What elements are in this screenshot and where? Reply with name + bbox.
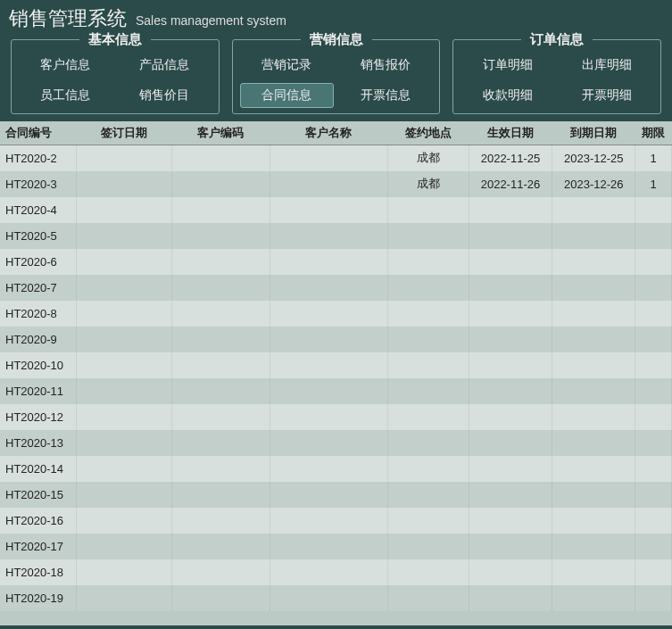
- nav-group-title: 营销信息: [301, 31, 372, 48]
- table-cell-term: [635, 352, 672, 378]
- table-cell-id: HT2020-7: [0, 275, 76, 301]
- table-row[interactable]: HT2020-10: [0, 352, 672, 378]
- table-cell-name: [270, 197, 387, 223]
- table-cell-id: HT2020-12: [0, 404, 76, 430]
- table-cell-eff: [469, 249, 552, 275]
- table-cell-code: [172, 534, 270, 559]
- nav-item[interactable]: 收款明细: [460, 83, 554, 108]
- table-cell-term: [635, 585, 672, 611]
- table-header-cell[interactable]: 期限: [635, 121, 672, 145]
- table-cell-id: HT2020-15: [0, 482, 76, 508]
- table-cell-exp: 2023-12-26: [552, 171, 635, 197]
- table-cell-id: HT2020-4: [0, 197, 76, 223]
- nav-item[interactable]: 销售价目: [118, 83, 212, 108]
- table-cell-sign: [76, 327, 172, 352]
- table-cell-place: [387, 456, 469, 482]
- table-cell-sign: [76, 301, 172, 327]
- table-cell-term: [635, 534, 672, 559]
- table-cell-term: [635, 301, 672, 327]
- table-cell-id: HT2020-14: [0, 456, 76, 482]
- table-cell-exp: [552, 456, 635, 482]
- table-cell-code: [172, 145, 270, 171]
- table-cell-id: HT2020-5: [0, 223, 76, 249]
- table-header-cell[interactable]: 客户编码: [172, 121, 270, 145]
- table-cell-code: [172, 352, 270, 378]
- table-cell-place: [387, 430, 469, 456]
- table-row[interactable]: HT2020-5: [0, 223, 672, 249]
- table-cell-sign: [76, 456, 172, 482]
- table-row[interactable]: HT2020-15: [0, 482, 672, 508]
- table-cell-code: [172, 378, 270, 404]
- nav-item[interactable]: 开票明细: [560, 83, 653, 108]
- table-cell-id: HT2020-18: [0, 559, 76, 585]
- table-row[interactable]: HT2020-18: [0, 559, 672, 585]
- table-header-cell[interactable]: 客户名称: [270, 121, 387, 145]
- nav-item[interactable]: 开票信息: [339, 83, 433, 108]
- table-cell-id: HT2020-13: [0, 430, 76, 456]
- nav-item[interactable]: 销售报价: [339, 53, 433, 78]
- nav-item[interactable]: 合同信息: [240, 83, 334, 108]
- table-cell-exp: [552, 327, 635, 352]
- table-row[interactable]: HT2020-7: [0, 275, 672, 301]
- table-row[interactable]: HT2020-3成都2022-11-262023-12-261: [0, 171, 672, 197]
- table-cell-id: HT2020-10: [0, 352, 76, 378]
- table-cell-code: [172, 585, 270, 611]
- table-cell-sign: [76, 378, 172, 404]
- table-cell-sign: [76, 223, 172, 249]
- table-cell-exp: [552, 249, 635, 275]
- table-cell-place: [387, 404, 469, 430]
- table-cell-exp: [552, 430, 635, 456]
- table-cell-exp: [552, 482, 635, 508]
- table-row[interactable]: HT2020-13: [0, 430, 672, 456]
- table-row[interactable]: HT2020-6: [0, 249, 672, 275]
- table-cell-code: [172, 171, 270, 197]
- nav-group-title: 订单信息: [521, 31, 593, 48]
- table-header-cell[interactable]: 合同编号: [0, 121, 76, 145]
- table-cell-place: [387, 585, 469, 611]
- nav-item[interactable]: 员工信息: [19, 83, 112, 108]
- table-header-cell[interactable]: 签约地点: [387, 121, 469, 145]
- table-row[interactable]: HT2020-9: [0, 327, 672, 352]
- table-cell-sign: [76, 352, 172, 378]
- table-cell-name: [270, 482, 387, 508]
- table-cell-exp: [552, 508, 635, 534]
- table-header-cell[interactable]: 生效日期: [469, 121, 552, 145]
- table-cell-code: [172, 249, 270, 275]
- table-row[interactable]: HT2020-19: [0, 585, 672, 611]
- table-cell-code: [172, 223, 270, 249]
- table-cell-term: [635, 482, 672, 508]
- table-cell-name: [270, 249, 387, 275]
- nav-item[interactable]: 产品信息: [118, 53, 212, 78]
- table-cell-exp: [552, 404, 635, 430]
- table-cell-name: [270, 508, 387, 534]
- table-row[interactable]: HT2020-8: [0, 301, 672, 327]
- table-cell-term: [635, 275, 672, 301]
- table-cell-term: [635, 327, 672, 352]
- nav-item[interactable]: 客户信息: [19, 53, 112, 78]
- table-row[interactable]: HT2020-14: [0, 456, 672, 482]
- table-cell-sign: [76, 508, 172, 534]
- table-cell-id: HT2020-17: [0, 534, 76, 559]
- table-cell-id: HT2020-16: [0, 508, 76, 534]
- table-row[interactable]: HT2020-16: [0, 508, 672, 534]
- nav-item[interactable]: 营销记录: [240, 53, 334, 78]
- table-cell-sign: [76, 482, 172, 508]
- table-row[interactable]: HT2020-4: [0, 197, 672, 223]
- table-cell-eff: [469, 378, 552, 404]
- table-cell-sign: [76, 559, 172, 585]
- table-header-cell[interactable]: 签订日期: [76, 121, 172, 145]
- table-cell-exp: [552, 275, 635, 301]
- nav-item[interactable]: 出库明细: [560, 53, 653, 78]
- table-cell-id: HT2020-6: [0, 249, 76, 275]
- table-row[interactable]: HT2020-2成都2022-11-252023-12-251: [0, 145, 672, 171]
- table-row[interactable]: HT2020-17: [0, 534, 672, 559]
- table-cell-term: [635, 559, 672, 585]
- table-cell-id: HT2020-2: [0, 145, 76, 171]
- table-header-cell[interactable]: 到期日期: [552, 121, 635, 145]
- table-row[interactable]: HT2020-12: [0, 404, 672, 430]
- nav-item[interactable]: 订单明细: [460, 53, 554, 78]
- table-cell-place: [387, 275, 469, 301]
- table-cell-code: [172, 508, 270, 534]
- table-row[interactable]: HT2020-11: [0, 378, 672, 404]
- table-cell-place: [387, 301, 469, 327]
